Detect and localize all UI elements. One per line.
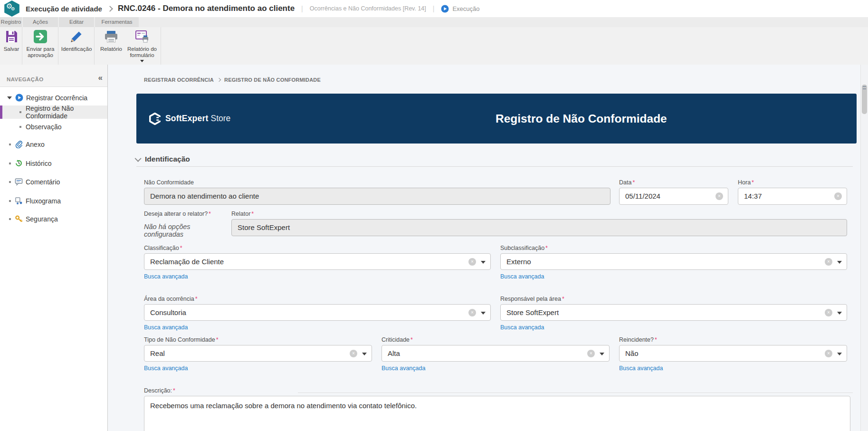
dropdown-caret-icon[interactable] [837,353,842,355]
tree-item-comentario[interactable]: Comentário [0,175,107,188]
descricao-textarea[interactable]: Recebemos uma reclamação sobre a demora … [144,396,850,431]
printer-icon [104,29,119,44]
classificacao-combobox[interactable]: Reclamação de Cliente× [144,253,491,270]
advanced-search-link[interactable]: Busca avançada [619,365,663,372]
dropdown-caret-icon[interactable] [140,60,144,62]
clear-icon[interactable]: × [587,350,595,357]
clear-icon[interactable]: × [715,192,723,200]
hora-input[interactable]: 14:37× [738,188,847,205]
advanced-search-link[interactable]: Busca avançada [500,324,544,331]
advanced-search-link[interactable]: Busca avançada [500,273,544,280]
field-label: Classificação [144,245,179,251]
tab-editar[interactable]: Editar [59,17,94,27]
breadcrumb: REGISTRAR OCORRÊNCIA REGISTRO DE NÃO CON… [144,77,321,83]
dropdown-caret-icon[interactable] [837,261,842,264]
report-button[interactable]: Relatório [95,29,127,52]
tree-expand-caret-icon[interactable] [7,96,12,99]
clear-icon[interactable]: × [834,192,842,200]
save-button[interactable]: Salvar [1,29,22,52]
clear-icon[interactable]: × [468,309,476,316]
required-marker: * [562,296,564,302]
navigation-tree: Registrar Ocorrência Registro de Não Con… [0,86,107,431]
form-report-button[interactable]: Relatório do formulário [124,29,160,62]
clear-icon[interactable]: × [350,350,357,357]
field-label: Hora [738,179,751,186]
clear-icon[interactable]: × [468,258,476,266]
bullet-icon [9,144,11,145]
dropdown-caret-icon[interactable] [600,353,604,355]
bullet-icon [9,181,11,183]
advanced-search-link[interactable]: Busca avançada [144,273,188,280]
field-nao-conformidade: Não Conformidade Demora no atendimento a… [144,179,610,205]
navigation-sidebar: NAVEGAÇÃO « Registrar Ocorrência Registr… [0,65,108,431]
collapse-sidebar-button[interactable]: « [98,73,103,83]
required-marker: * [180,245,182,251]
required-marker: * [655,336,657,343]
data-input[interactable]: 05/11/2024× [619,188,728,205]
tree-item-registrar-ocorrencia[interactable]: Registrar Ocorrência [0,91,107,104]
advanced-search-link[interactable]: Busca avançada [144,365,188,372]
clear-icon[interactable]: × [825,350,832,357]
dropdown-caret-icon[interactable] [837,312,842,315]
tree-item-registro-nao-conformidade[interactable]: Registro de Não Conformidade [0,105,107,119]
navigation-title: NAVEGAÇÃO [7,77,44,82]
dropdown-caret-icon[interactable] [362,353,367,355]
advanced-search-link[interactable]: Busca avançada [382,365,425,372]
field-label: Responsável pela área [500,296,561,302]
reincidente-combobox[interactable]: Não× [619,345,847,362]
identification-button[interactable]: Identificação [58,29,95,52]
tree-item-label: Observação [26,123,61,131]
section-identificacao[interactable]: Identificação [136,155,190,163]
field-relator: Relator* Store SoftExpert [231,211,847,236]
paperclip-icon [15,140,23,148]
save-icon [4,29,19,44]
vertical-scrollbar[interactable] [860,65,868,431]
button-label: Identificação [61,46,92,52]
button-label: Relatório do formulário [124,46,160,58]
required-marker: * [195,296,198,302]
required-marker: * [251,211,254,217]
send-for-approval-button[interactable]: Enviar para aprovação [23,29,58,58]
scrollbar-thumb[interactable] [862,85,867,114]
flowchart-icon [15,197,23,205]
form-content: REGISTRAR OCORRÊNCIA REGISTRO DE NÃO CON… [108,65,861,431]
softexpert-store-logo: SoftExpert Store [149,94,230,144]
field-hora: Hora* 14:37× [738,179,847,205]
required-marker: * [632,179,635,186]
tree-item-label: Registrar Ocorrência [26,94,87,102]
clear-icon[interactable]: × [825,309,832,316]
tree-item-anexo[interactable]: Anexo [0,138,107,151]
field-label: Criticidade [382,336,410,343]
area-ocorrencia-combobox[interactable]: Consultoria× [144,304,491,321]
dropdown-caret-icon[interactable] [481,261,486,264]
tree-item-seguranca[interactable]: Segurança [0,212,107,225]
tree-item-fluxograma[interactable]: Fluxograma [0,194,107,207]
responsavel-area-combobox[interactable]: Store SoftExpert× [500,304,847,321]
field-label: Deseja alterar o relator? [144,211,208,217]
tipo-nao-conformidade-combobox[interactable]: Real× [144,345,372,362]
toolbar: Salvar Enviar para aprovação Identificaç… [0,27,868,65]
tab-registro[interactable]: Registro [0,17,22,27]
app-logo-gears-icon[interactable]: ⚙⚙ [3,0,20,17]
pencil-icon [69,29,84,44]
field-label: Tipo de Não Conformidade [144,336,215,343]
dropdown-caret-icon[interactable] [481,312,486,315]
ribbon-tab-strip: Registro Ações Editar Ferramentas [0,17,868,27]
breadcrumb-level2: REGISTRO DE NÃO CONFORMIDADE [224,77,321,83]
required-marker: * [216,336,219,343]
tree-item-historico[interactable]: Histórico [0,157,107,170]
tree-item-label: Histórico [26,160,51,167]
field-label: Data [619,179,631,186]
top-bar: ⚙⚙ Execução de atividade RNC.0246 - Demo… [0,0,868,18]
tab-ferramentas[interactable]: Ferramentas [95,17,139,27]
advanced-search-link[interactable]: Busca avançada [144,324,188,331]
subclassificacao-combobox[interactable]: Externo× [500,253,847,270]
criticidade-combobox[interactable]: Alta× [382,345,610,362]
chevron-down-icon[interactable] [135,155,142,162]
tree-item-observacao[interactable]: Observação [0,120,107,133]
bullet-icon [9,218,11,220]
breadcrumb-level1[interactable]: REGISTRAR OCORRÊNCIA [144,77,214,83]
chevron-right-icon [217,78,221,82]
clear-icon[interactable]: × [825,258,832,266]
tab-acoes[interactable]: Ações [23,17,58,27]
